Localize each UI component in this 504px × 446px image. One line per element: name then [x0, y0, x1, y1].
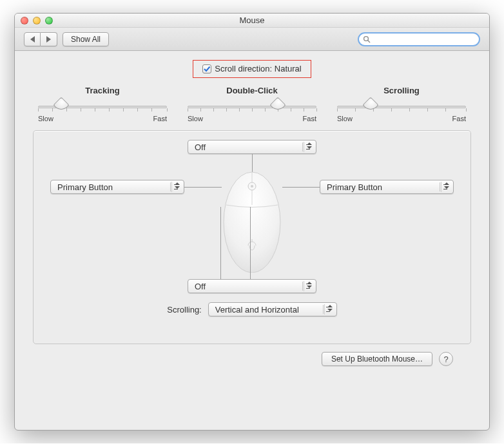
scrolling-dropdown-label: Scrolling: [167, 305, 201, 315]
scroll-direction-highlight: Scroll direction: Natural [193, 60, 311, 78]
scrolling-label: Scrolling [337, 86, 466, 95]
search-field-wrapper[interactable] [358, 32, 480, 46]
chevron-left-icon [30, 36, 35, 43]
close-icon[interactable] [21, 17, 28, 24]
check-icon [203, 65, 211, 73]
mouse-config-panel: Off Primary Button Primary Button [33, 130, 471, 344]
scrolling-thumb[interactable] [362, 97, 378, 113]
tracking-slider-group: Tracking SlowFast [38, 86, 167, 122]
right-button-value: Primary Button [327, 182, 382, 192]
scrolling-slider[interactable] [337, 99, 466, 113]
toolbar: Show All [15, 28, 489, 51]
zoom-icon[interactable] [45, 17, 53, 24]
left-button-value: Primary Button [57, 182, 113, 192]
minimize-icon[interactable] [33, 17, 41, 24]
titlebar: Mouse [15, 14, 489, 28]
scrolling-mode-value: Vertical and Horizontal [215, 305, 299, 315]
show-all-button[interactable]: Show All [63, 32, 109, 46]
scrolling-slow: Slow [337, 115, 353, 122]
tracking-slow: Slow [38, 115, 53, 122]
right-button-dropdown[interactable]: Primary Button [320, 180, 454, 194]
wheel-button-dropdown[interactable]: Off [188, 140, 316, 154]
chevron-right-icon [46, 36, 51, 43]
help-button[interactable]: ? [439, 352, 453, 366]
svg-point-0 [364, 36, 369, 41]
wheel-button-value: Off [195, 142, 206, 152]
footer: Set Up Bluetooth Mouse… ? [33, 344, 471, 366]
doubleclick-fast: Fast [303, 115, 316, 122]
side-button-dropdown[interactable]: Off [188, 279, 316, 293]
scroll-direction-checkbox[interactable] [202, 64, 211, 73]
scrolling-fast: Fast [452, 115, 466, 122]
window-title: Mouse [15, 15, 489, 25]
sliders-row: Tracking SlowFast Double-Click SlowFast [33, 86, 471, 122]
svg-point-5 [251, 185, 253, 188]
mouse-illustration [222, 170, 282, 273]
doubleclick-slider[interactable] [188, 99, 316, 113]
back-button[interactable] [24, 32, 41, 46]
svg-line-1 [368, 40, 370, 42]
scroll-direction-label: Scroll direction: Natural [215, 64, 301, 73]
tracking-fast: Fast [153, 115, 167, 122]
left-button-dropdown[interactable]: Primary Button [50, 180, 184, 194]
search-icon [363, 35, 371, 43]
content: Scroll direction: Natural Tracking SlowF… [15, 51, 489, 375]
side-button-value: Off [195, 282, 206, 291]
tracking-label: Tracking [38, 86, 167, 95]
preferences-window: Mouse Show All Scroll direction: Natural… [14, 13, 490, 431]
doubleclick-label: Double-Click [188, 86, 316, 95]
doubleclick-slow: Slow [188, 115, 203, 122]
window-controls [21, 17, 53, 24]
doubleclick-slider-group: Double-Click SlowFast [188, 86, 316, 122]
nav-group [24, 32, 57, 46]
setup-bluetooth-button[interactable]: Set Up Bluetooth Mouse… [322, 352, 432, 366]
scrolling-slider-group: Scrolling SlowFast [337, 86, 466, 122]
tracking-slider[interactable] [38, 99, 167, 113]
search-input[interactable] [373, 35, 475, 44]
scrolling-mode-dropdown[interactable]: Vertical and Horizontal [208, 302, 337, 316]
forward-button[interactable] [41, 32, 57, 46]
